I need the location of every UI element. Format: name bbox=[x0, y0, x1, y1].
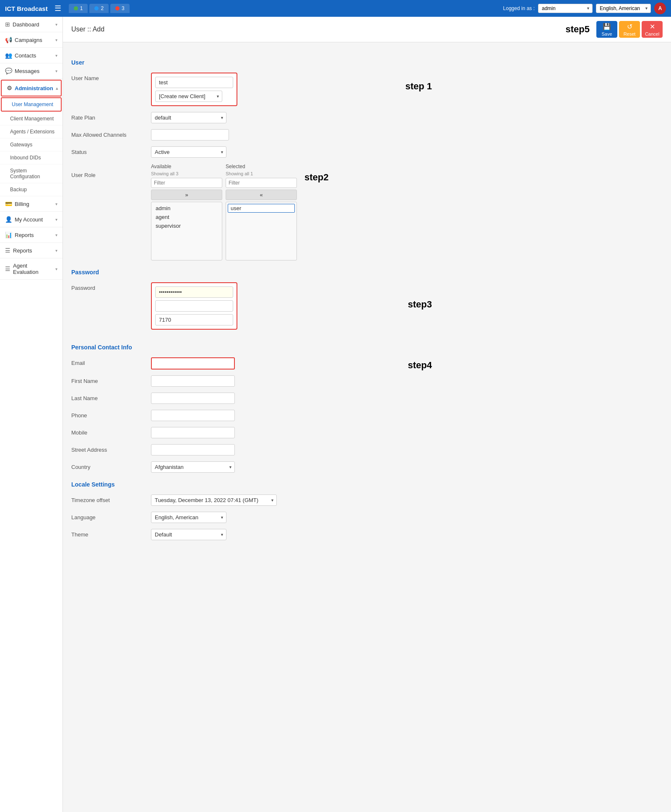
move-right-button[interactable]: » bbox=[151, 190, 222, 200]
reset-icon: ↺ bbox=[627, 23, 632, 31]
mobile-row: Mobile bbox=[71, 427, 432, 438]
selected-filter-input[interactable] bbox=[226, 178, 297, 188]
sidebar-item-messages[interactable]: 💬 Messages ▾ bbox=[0, 63, 62, 79]
language-select-wrapper: English, American bbox=[151, 512, 226, 523]
chevron-down-icon: ▾ bbox=[55, 233, 57, 237]
selected-count: Showing all 1 bbox=[226, 171, 297, 176]
sidebar-item-billing[interactable]: 💳 Billing ▾ bbox=[0, 196, 62, 212]
sidebar-item-reports1[interactable]: 📊 Reports ▾ bbox=[0, 227, 62, 243]
password-field-group bbox=[151, 282, 237, 330]
first-name-row: First Name bbox=[71, 375, 432, 387]
sidebar-item-campaigns[interactable]: 📢 Campaigns ▾ bbox=[0, 32, 62, 48]
tab-2[interactable]: 2 bbox=[89, 4, 109, 13]
pin-code-input[interactable] bbox=[155, 314, 233, 325]
list-item[interactable]: admin bbox=[153, 204, 220, 213]
sidebar-label-agent-evaluation: Agent Evaluation bbox=[13, 263, 53, 275]
campaigns-icon: 📢 bbox=[5, 36, 12, 43]
timezone-select[interactable]: Tuesday, December 13, 2022 07:41 (GMT) bbox=[151, 494, 277, 506]
chevron-down-icon: ▾ bbox=[55, 53, 57, 58]
last-name-input[interactable] bbox=[151, 393, 235, 404]
agent-evaluation-icon: ☰ bbox=[5, 265, 10, 272]
form-area: User User Name [Create new Client] bbox=[63, 42, 440, 554]
timezone-select-wrapper: Tuesday, December 13, 2022 07:41 (GMT) bbox=[151, 494, 277, 506]
sidebar-item-agents-extensions[interactable]: Agents / Extensions bbox=[0, 125, 62, 138]
sidebar-label-client-management: Client Management bbox=[10, 116, 54, 122]
section-user: User bbox=[71, 59, 432, 66]
sidebar-item-dashboard[interactable]: ⊞ Dashboard ▾ bbox=[0, 17, 62, 32]
rate-plan-row: Rate Plan default bbox=[71, 112, 432, 123]
last-name-row: Last Name bbox=[71, 393, 432, 404]
rate-plan-select[interactable]: default bbox=[151, 112, 226, 123]
phone-row: Phone bbox=[71, 410, 432, 421]
timezone-row: Timezone offset Tuesday, December 13, 20… bbox=[71, 494, 432, 506]
first-name-input[interactable] bbox=[151, 375, 235, 387]
sidebar-item-reports2[interactable]: ☰ Reports ▾ bbox=[0, 243, 62, 258]
sidebar-item-gateways[interactable]: Gateways bbox=[0, 138, 62, 151]
sidebar-item-system-configuration[interactable]: System Configuration bbox=[0, 164, 62, 183]
move-left-button[interactable]: « bbox=[226, 190, 297, 200]
sidebar-label-contacts: Contacts bbox=[15, 52, 36, 59]
sidebar-item-agent-evaluation[interactable]: ☰ Agent Evaluation ▾ bbox=[0, 258, 62, 280]
owned-by-select[interactable]: [Create new Client] bbox=[155, 91, 222, 102]
list-item[interactable]: user bbox=[228, 204, 295, 213]
available-filter-input[interactable] bbox=[151, 178, 222, 188]
hamburger-icon[interactable]: ☰ bbox=[55, 4, 61, 13]
available-label: Available bbox=[151, 164, 222, 169]
chevron-down-icon: ▾ bbox=[55, 248, 57, 253]
retype-password-input[interactable] bbox=[155, 300, 233, 312]
sidebar-item-client-management[interactable]: Client Management bbox=[0, 112, 62, 125]
save-button[interactable]: 💾 Save bbox=[596, 21, 617, 38]
country-select[interactable]: Afghanistan bbox=[151, 461, 235, 473]
mobile-input[interactable] bbox=[151, 427, 235, 438]
sidebar-label-agents-extensions: Agents / Extensions bbox=[10, 129, 55, 135]
chevron-down-icon: ▾ bbox=[55, 22, 57, 27]
user-select[interactable]: admin bbox=[538, 4, 593, 13]
tab-dot-green bbox=[74, 6, 78, 10]
sidebar-item-inbound-dids[interactable]: Inbound DIDs bbox=[0, 151, 62, 164]
max-channels-input[interactable] bbox=[151, 129, 229, 141]
sidebar-item-backup[interactable]: Backup bbox=[0, 183, 62, 196]
password-input[interactable] bbox=[155, 286, 233, 298]
country-select-wrapper: Afghanistan bbox=[151, 461, 235, 473]
status-row: Status Active Inactive bbox=[71, 146, 432, 158]
email-label: Email bbox=[71, 357, 147, 366]
list-item[interactable]: agent bbox=[153, 213, 220, 221]
sidebar-item-contacts[interactable]: 👥 Contacts ▾ bbox=[0, 48, 62, 63]
theme-select[interactable]: Default bbox=[151, 529, 226, 540]
tab-1[interactable]: 1 bbox=[69, 4, 88, 13]
email-input[interactable] bbox=[151, 357, 235, 370]
rate-plan-label: Rate Plan bbox=[71, 112, 147, 121]
sidebar-label-gateways: Gateways bbox=[10, 142, 32, 148]
selected-label: Selected bbox=[226, 164, 297, 169]
app-logo: ICT Broadcast bbox=[5, 5, 48, 12]
user-name-input[interactable] bbox=[155, 77, 233, 88]
list-item[interactable]: supervisor bbox=[153, 221, 220, 230]
sidebar-item-my-account[interactable]: 👤 My Account ▾ bbox=[0, 212, 62, 227]
timezone-label: Timezone offset bbox=[71, 494, 147, 503]
tab-3[interactable]: 3 bbox=[110, 4, 130, 13]
street-address-input[interactable] bbox=[151, 444, 235, 455]
sidebar-label-messages: Messages bbox=[15, 68, 39, 74]
cancel-icon: ✕ bbox=[650, 23, 655, 31]
reset-button[interactable]: ↺ Reset bbox=[619, 21, 640, 38]
selected-panel: Selected Showing all 1 « user bbox=[226, 164, 297, 260]
status-select[interactable]: Active Inactive bbox=[151, 146, 226, 158]
theme-select-wrapper: Default bbox=[151, 529, 226, 540]
sidebar-label-system-configuration: System Configuration bbox=[10, 168, 40, 180]
lang-select[interactable]: English, American bbox=[596, 4, 651, 13]
sidebar-label-reports1: Reports bbox=[15, 232, 34, 238]
language-select[interactable]: English, American bbox=[151, 512, 226, 523]
sidebar-item-administration[interactable]: ⚙ Administration ▴ bbox=[1, 80, 62, 96]
topbar-tabs: 1 2 3 bbox=[69, 4, 500, 13]
tab-dot-red bbox=[115, 6, 120, 10]
status-label: Status bbox=[71, 146, 147, 155]
user-name-label: User Name bbox=[71, 73, 147, 81]
cancel-button[interactable]: ✕ Cancel bbox=[642, 21, 663, 38]
sidebar-label-inbound-dids: Inbound DIDs bbox=[10, 155, 41, 161]
topbar: ICT Broadcast ☰ 1 2 3 Logged in as : adm… bbox=[0, 0, 671, 17]
sidebar-item-user-management[interactable]: User Management bbox=[1, 97, 62, 112]
administration-icon: ⚙ bbox=[7, 85, 12, 91]
dashboard-icon: ⊞ bbox=[5, 21, 10, 28]
messages-icon: 💬 bbox=[5, 68, 12, 74]
phone-input[interactable] bbox=[151, 410, 235, 421]
